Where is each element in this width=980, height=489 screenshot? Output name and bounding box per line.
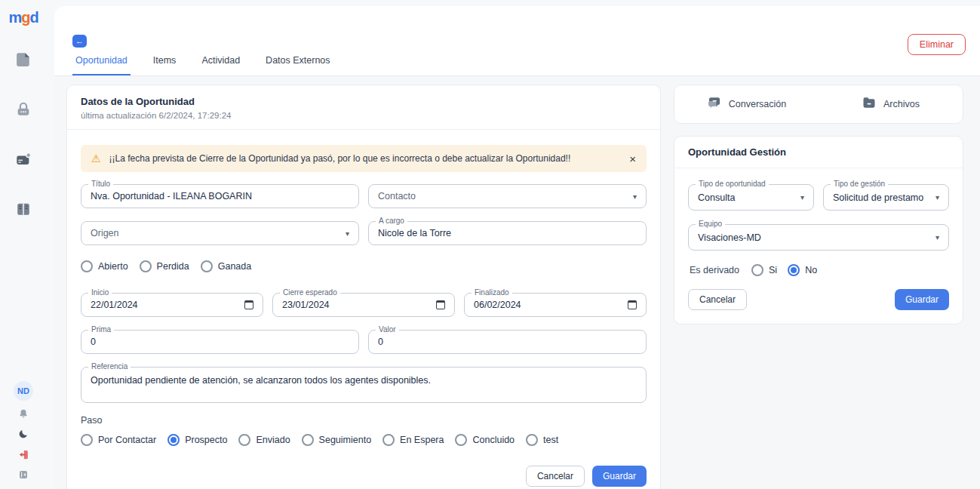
radio-abierto[interactable]: Abierto	[81, 260, 128, 272]
titulo-field[interactable]: Título Nva. Oportunidad - ILEANA BOGARIN	[81, 184, 359, 208]
paso-radio-group: Por Contactar Prospecto Enviado Seguimie…	[81, 434, 647, 446]
status-radio-group: Abierto Perdida Ganada	[81, 260, 647, 272]
radio-enviado[interactable]: Enviado	[238, 434, 290, 446]
actions-card: Conversación Archivos	[674, 85, 963, 124]
radio-no[interactable]: No	[788, 264, 817, 276]
tab-oportunidad[interactable]: Oportunidad	[72, 55, 131, 75]
gestion-card: Oportunidad Gestión Tipo de oportunidad …	[674, 136, 963, 324]
calendar-icon[interactable]	[628, 300, 637, 309]
logout-button[interactable]	[17, 449, 30, 463]
finalizado-date-field[interactable]: Finalizado 06/02/2024	[464, 293, 647, 317]
chevron-down-icon: ▾	[346, 229, 349, 238]
origen-select[interactable]: Origen ▾	[81, 221, 359, 245]
folder-icon	[862, 95, 877, 113]
radio-circle[interactable]	[526, 434, 538, 446]
a-cargo-field[interactable]: A cargo Nicole de la Torre	[368, 221, 647, 245]
tab-actividad[interactable]: Actividad	[198, 55, 243, 75]
tipo-gestion-select[interactable]: Tipo de gestión Solicitud de prestamo ▾	[823, 184, 949, 211]
radio-seguimiento[interactable]: Seguimiento	[302, 434, 372, 446]
radio-ganada[interactable]: Ganada	[201, 260, 251, 272]
prima-field[interactable]: Prima 0	[81, 330, 359, 354]
gestion-title: Oportunidad Gestión	[688, 146, 949, 158]
radio-circle[interactable]	[238, 434, 250, 446]
collapse-sidebar-button[interactable]	[17, 469, 30, 483]
last-update-text: última actualización 6/2/2024, 17:29:24	[81, 111, 647, 120]
gestion-cancel-button[interactable]: Cancelar	[688, 289, 747, 310]
contacto-select[interactable]: Contacto ▾	[368, 184, 647, 208]
radio-circle[interactable]	[81, 434, 93, 446]
radio-concluido[interactable]: Concluido	[455, 434, 515, 446]
card-title: Datos de la Oportunidad	[81, 96, 647, 107]
radio-circle[interactable]	[201, 260, 213, 272]
warning-text: ¡¡La fecha prevista de Cierre de la Opor…	[109, 153, 630, 164]
calendar-icon[interactable]	[436, 300, 445, 309]
opportunity-card: Datos de la Oportunidad última actualiza…	[66, 85, 661, 489]
radio-circle[interactable]	[302, 434, 314, 446]
radio-por-contactar[interactable]: Por Contactar	[81, 434, 156, 446]
avatar[interactable]: ND	[14, 381, 33, 401]
contacto-label: Contacto	[378, 191, 633, 201]
es-derivado-label: Es derivado	[690, 265, 739, 275]
equipo-select[interactable]: Equipo Visaciones-MD ▾	[688, 224, 949, 251]
moon-icon	[18, 429, 29, 442]
collapse-icon	[18, 469, 29, 483]
conversacion-button[interactable]: Conversación	[674, 95, 819, 113]
radio-circle[interactable]	[81, 260, 93, 272]
chevron-down-icon: ▾	[935, 233, 939, 241]
sidebar-item-catalog[interactable]	[14, 201, 32, 220]
radio-circle[interactable]	[788, 264, 800, 276]
radio-circle[interactable]	[140, 260, 152, 272]
logo-letter-m: m	[8, 9, 21, 26]
chat-icon	[707, 95, 722, 113]
radio-circle[interactable]	[455, 434, 467, 446]
content-area: Datos de la Oportunidad última actualiza…	[54, 76, 980, 489]
radio-si[interactable]: Si	[751, 264, 777, 276]
delete-button[interactable]: Eliminar	[908, 34, 966, 55]
calendar-icon[interactable]	[244, 300, 253, 309]
cancel-button[interactable]: Cancelar	[526, 466, 585, 487]
close-warning-button[interactable]: ×	[629, 153, 636, 165]
radio-perdida[interactable]: Perdida	[140, 260, 189, 272]
radio-test[interactable]: test	[526, 434, 558, 446]
logo-letter-d: d	[29, 9, 38, 26]
cierre-esperado-date-field[interactable]: Cierre esperado 23/01/2024	[272, 293, 455, 317]
main-panel: ← Eliminar Oportunidad Items Actividad D…	[54, 6, 980, 489]
a-cargo-value: Nicole de la Torre	[378, 228, 637, 238]
sidebar-item-payments[interactable]	[14, 152, 32, 170]
referencia-field[interactable]: Referencia Oportunidad pendiente de aten…	[81, 367, 647, 403]
sidebar: mgd ND	[0, 0, 47, 489]
save-button[interactable]: Guardar	[592, 466, 647, 487]
page-header: ← Eliminar Oportunidad Items Actividad D…	[54, 6, 980, 76]
app-logo[interactable]: mgd	[8, 9, 38, 26]
sidebar-item-security[interactable]	[14, 102, 32, 120]
logout-icon	[18, 449, 29, 463]
right-column: Conversación Archivos Oportunidad Gestió…	[674, 85, 963, 324]
a-cargo-label: A cargo	[376, 217, 407, 225]
lock-icon	[15, 101, 32, 121]
sidebar-item-documents[interactable]	[14, 52, 32, 70]
chevron-down-icon: ▾	[800, 193, 804, 201]
valor-field[interactable]: Valor 0	[368, 330, 647, 354]
tab-datos-externos[interactable]: Datos Externos	[263, 55, 333, 75]
radio-circle[interactable]	[167, 434, 180, 446]
warning-icon: ⚠	[91, 153, 101, 164]
logo-letter-g: g	[21, 9, 29, 26]
titulo-label: Título	[88, 180, 113, 188]
gestion-save-button[interactable]: Guardar	[895, 289, 949, 310]
card-icon	[15, 151, 32, 171]
titulo-value: Nva. Oportunidad - ILEANA BOGARIN	[91, 191, 349, 201]
radio-en-espera[interactable]: En Espera	[382, 434, 444, 446]
back-button[interactable]: ←	[72, 35, 87, 48]
notifications-button[interactable]	[17, 408, 30, 422]
archivos-button[interactable]: Archivos	[819, 95, 963, 113]
radio-prospecto[interactable]: Prospecto	[167, 434, 227, 446]
radio-circle[interactable]	[751, 264, 763, 276]
tipo-oportunidad-select[interactable]: Tipo de oportunidad Consulta ▾	[688, 184, 814, 211]
inicio-date-field[interactable]: Inicio 22/01/2024	[81, 293, 263, 317]
chevron-down-icon: ▾	[633, 192, 637, 201]
radio-circle[interactable]	[382, 434, 395, 446]
paso-label: Paso	[81, 415, 647, 426]
tab-items[interactable]: Items	[150, 55, 180, 75]
dark-mode-button[interactable]	[17, 429, 30, 442]
warning-banner: ⚠ ¡¡La fecha prevista de Cierre de la Op…	[81, 145, 647, 172]
